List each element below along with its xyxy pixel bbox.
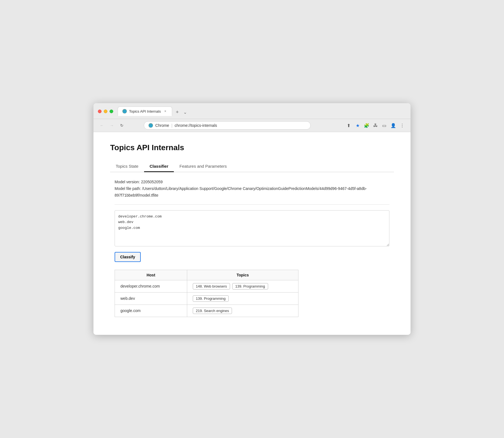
table-cell-host: developer.chrome.com <box>115 280 187 292</box>
url-scheme-text: Chrome <box>155 123 169 128</box>
topic-tag: 148. Web browsers <box>193 283 230 289</box>
classify-button[interactable]: Classify <box>115 252 141 262</box>
tab-topics-state[interactable]: Topics State <box>110 161 144 172</box>
tab-favicon-icon: 🌐 <box>122 109 127 113</box>
tab-classifier[interactable]: Classifier <box>144 161 174 172</box>
nav-tabs: Topics State Classifier Features and Par… <box>110 161 394 172</box>
model-info: Model version: 2205052059 Model file pat… <box>115 179 389 199</box>
table-row: developer.chrome.com148. Web browsers139… <box>115 280 298 292</box>
table-header-topics: Topics <box>187 270 298 280</box>
divider <box>115 204 389 205</box>
classifier-tab-content: Model version: 2205052059 Model file pat… <box>110 172 394 323</box>
toolbar-icons: ⬆ ★ 🧩 🖧 ▭ 👤 ⋮ <box>345 122 406 129</box>
tab-bar: 🌐 Topics API Internals × + ⌄ <box>118 107 189 116</box>
page-content: Topics API Internals Topics State Classi… <box>93 132 411 335</box>
title-bar: 🌐 Topics API Internals × + ⌄ <box>93 103 411 119</box>
results-table: Host Topics developer.chrome.com148. Web… <box>115 270 298 317</box>
table-header-host: Host <box>115 270 187 280</box>
tab-title: Topics API Internals <box>129 109 161 113</box>
bookmark-button[interactable]: ★ <box>354 122 362 129</box>
active-tab[interactable]: 🌐 Topics API Internals × <box>118 107 172 116</box>
url-bar[interactable]: 🌐 Chrome | chrome://topics-internals <box>144 121 311 130</box>
topic-tag: 139. Programming <box>232 283 268 289</box>
address-bar: ← → ↻ 🌐 Chrome | chrome://topics-interna… <box>93 119 411 132</box>
menu-button[interactable]: ⋮ <box>398 122 406 129</box>
table-row: google.com219. Search engines <box>115 305 298 317</box>
sidebar-button[interactable]: ▭ <box>381 122 388 129</box>
table-row: web.dev139. Programming <box>115 292 298 305</box>
topic-tag: 219. Search engines <box>193 308 232 314</box>
minimize-window-button[interactable] <box>104 110 107 113</box>
url-separator: | <box>171 123 172 128</box>
cast-button[interactable]: 🖧 <box>372 122 379 129</box>
maximize-window-button[interactable] <box>110 110 113 113</box>
page-title: Topics API Internals <box>110 143 394 152</box>
model-file-path: Model file path: /Users/dutton/Library/A… <box>115 185 389 199</box>
url-input-textarea[interactable]: developer.chrome.com web.dev google.com <box>115 210 389 246</box>
tab-close-button[interactable]: × <box>163 109 167 113</box>
model-version: Model version: 2205052059 <box>115 179 389 185</box>
profile-button[interactable]: 👤 <box>389 122 397 129</box>
table-cell-topics: 148. Web browsers139. Programming <box>187 280 298 292</box>
tab-expand-button[interactable]: ⌄ <box>181 108 189 116</box>
new-tab-button[interactable]: + <box>173 108 181 116</box>
reload-button[interactable]: ↻ <box>118 122 126 129</box>
close-window-button[interactable] <box>98 110 102 113</box>
table-cell-topics: 139. Programming <box>187 292 298 305</box>
table-cell-host: google.com <box>115 305 187 317</box>
browser-window: 🌐 Topics API Internals × + ⌄ ← → ↻ 🌐 Chr… <box>93 103 411 335</box>
topic-tag: 139. Programming <box>193 295 229 302</box>
table-cell-topics: 219. Search engines <box>187 305 298 317</box>
table-cell-host: web.dev <box>115 292 187 305</box>
url-path-text: chrome://topics-internals <box>175 123 217 128</box>
back-button[interactable]: ← <box>98 122 106 129</box>
url-favicon-icon: 🌐 <box>149 123 153 128</box>
tab-features-params[interactable]: Features and Parameters <box>174 161 232 172</box>
traffic-lights <box>98 110 113 113</box>
share-button[interactable]: ⬆ <box>345 122 353 129</box>
forward-button[interactable]: → <box>108 122 116 129</box>
extensions-button[interactable]: 🧩 <box>363 122 370 129</box>
